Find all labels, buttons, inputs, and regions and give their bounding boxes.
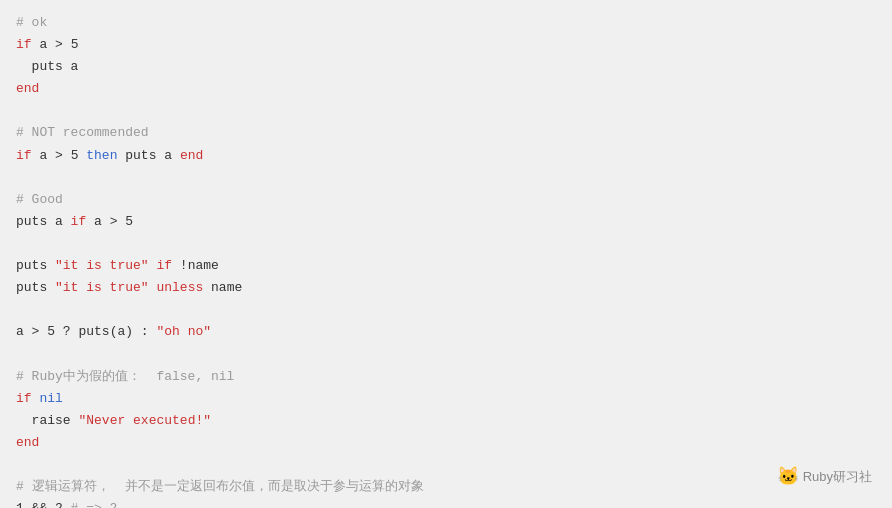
code-line: puts "it is true" unless name	[16, 277, 876, 299]
watermark-text: Ruby研习社	[803, 466, 872, 488]
code-token: if	[156, 255, 172, 277]
code-token: >	[55, 145, 63, 167]
code-line: # 逻辑运算符， 并不是一定返回布尔值，而是取决于参与运算的对象	[16, 476, 876, 498]
code-line: # Good	[16, 189, 876, 211]
code-token: a	[16, 321, 32, 343]
code-token: end	[180, 145, 203, 167]
code-token: 5	[117, 211, 133, 233]
code-token: puts	[16, 255, 55, 277]
code-token: a	[32, 145, 55, 167]
code-token: end	[16, 78, 39, 100]
code-token: "it is true"	[55, 277, 149, 299]
code-token: >	[32, 321, 40, 343]
code-line: # ok	[16, 12, 876, 34]
code-token: # => 2	[71, 498, 118, 508]
code-line: raise "Never executed!"	[16, 410, 876, 432]
code-token: puts a	[117, 145, 179, 167]
code-token: 5	[63, 145, 86, 167]
watermark-icon: 🐱	[777, 461, 799, 492]
code-token: puts a	[16, 211, 71, 233]
code-token: if	[71, 211, 87, 233]
code-line: if nil	[16, 388, 876, 410]
code-token: # Ruby中为假的值： false, nil	[16, 366, 234, 388]
code-token: # Good	[16, 189, 63, 211]
code-token: 5 ? puts(a) :	[39, 321, 156, 343]
code-token: a	[32, 34, 55, 56]
code-line: 1 && 2 # => 2	[16, 498, 876, 508]
code-token: >	[110, 211, 118, 233]
code-token: a	[86, 211, 109, 233]
code-token: end	[16, 432, 39, 454]
code-token: raise	[16, 410, 78, 432]
code-token: # ok	[16, 12, 47, 34]
code-token: !name	[172, 255, 219, 277]
code-token: # 逻辑运算符， 并不是一定返回布尔值，而是取决于参与运算的对象	[16, 476, 424, 498]
code-line: puts a	[16, 56, 876, 78]
code-lines: # okif a > 5 puts aend # NOT recommended…	[16, 12, 876, 508]
code-token	[149, 255, 157, 277]
code-token: # NOT recommended	[16, 122, 149, 144]
code-line: if a > 5	[16, 34, 876, 56]
code-line: # NOT recommended	[16, 122, 876, 144]
code-token: name	[203, 277, 242, 299]
code-token: if	[16, 388, 32, 410]
code-token: "it is true"	[55, 255, 149, 277]
code-line: end	[16, 432, 876, 454]
code-line: a > 5 ? puts(a) : "oh no"	[16, 321, 876, 343]
code-token: "Never executed!"	[78, 410, 211, 432]
watermark: 🐱 Ruby研习社	[777, 461, 872, 492]
code-token: if	[16, 34, 32, 56]
code-token: 1 && 2	[16, 498, 71, 508]
code-token: puts	[16, 277, 55, 299]
code-line: end	[16, 78, 876, 100]
code-line	[16, 233, 876, 255]
code-token: unless	[156, 277, 203, 299]
code-line: # Ruby中为假的值： false, nil	[16, 366, 876, 388]
code-token: puts a	[16, 56, 78, 78]
code-line: if a > 5 then puts a end	[16, 145, 876, 167]
code-line: puts "it is true" if !name	[16, 255, 876, 277]
code-token: "oh no"	[156, 321, 211, 343]
code-line: puts a if a > 5	[16, 211, 876, 233]
code-token: >	[55, 34, 63, 56]
code-token	[149, 277, 157, 299]
code-line	[16, 167, 876, 189]
code-line	[16, 343, 876, 365]
code-line	[16, 299, 876, 321]
code-block: # okif a > 5 puts aend # NOT recommended…	[0, 0, 892, 508]
code-line	[16, 454, 876, 476]
code-token: then	[86, 145, 117, 167]
code-token: if	[16, 145, 32, 167]
code-token: 5	[63, 34, 79, 56]
code-line	[16, 100, 876, 122]
code-token: nil	[32, 388, 63, 410]
